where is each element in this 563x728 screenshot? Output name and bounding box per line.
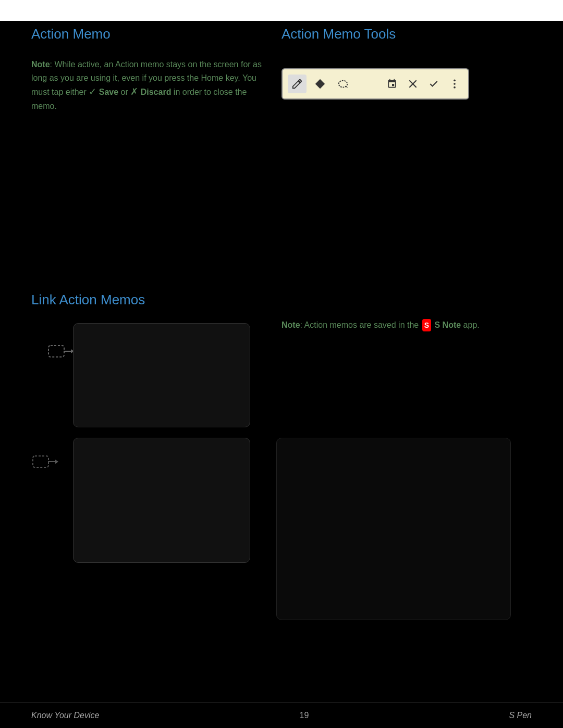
svg-point-6 <box>454 83 456 85</box>
svg-marker-0 <box>315 79 325 89</box>
discard-label: Discard <box>141 88 172 96</box>
footer-right: S Pen <box>509 711 532 720</box>
note-label: Note <box>31 60 50 69</box>
pencil-icon[interactable] <box>288 75 307 93</box>
discard-icon: ✗ <box>130 87 138 97</box>
device-screen-right <box>276 438 511 620</box>
top-bar <box>0 0 563 21</box>
device-screen-top <box>73 323 250 427</box>
right-column-note: Note: Action memos are saved in the S S … <box>282 318 542 332</box>
link-icon-top <box>48 344 74 365</box>
save-toolbar-icon[interactable] <box>425 76 442 92</box>
action-memo-note: Note: While active, an Action memo stays… <box>31 58 271 113</box>
right-note-label: Note <box>282 320 300 329</box>
page-container: Action Memo Note: While active, an Actio… <box>0 0 563 728</box>
svg-point-7 <box>454 87 456 89</box>
link-section: Link Action Memos <box>31 292 532 308</box>
snote-badge: S <box>422 319 431 331</box>
footer: Know Your Device 19 S Pen <box>0 702 563 728</box>
snote-app-name: S Note <box>434 320 461 329</box>
discard-toolbar-icon[interactable] <box>405 76 421 92</box>
action-memo-title: Action Memo <box>31 26 271 42</box>
link-icon-bottom <box>32 454 58 475</box>
or-text: or <box>121 88 128 96</box>
pin-icon[interactable] <box>384 76 400 92</box>
device-screen-bottom <box>73 438 250 563</box>
action-memo-toolbar <box>282 68 469 100</box>
svg-rect-11 <box>33 456 48 467</box>
link-action-memos-title: Link Action Memos <box>31 292 532 308</box>
svg-point-5 <box>454 80 456 82</box>
svg-marker-13 <box>55 460 58 464</box>
right-column: Action Memo Tools <box>282 26 542 332</box>
lasso-icon[interactable] <box>334 75 352 93</box>
save-icon: ✓ <box>89 87 96 97</box>
save-label: Save <box>99 88 118 96</box>
svg-rect-8 <box>48 346 64 357</box>
right-note-text: : Action memos are saved in the <box>300 320 419 329</box>
more-options-icon[interactable] <box>446 76 463 92</box>
footer-page-number: 19 <box>300 711 309 720</box>
left-column: Action Memo Note: While active, an Actio… <box>31 26 271 113</box>
footer-left: Know Your Device <box>31 711 99 720</box>
eraser-icon[interactable] <box>311 75 329 93</box>
right-note-end: app. <box>463 320 480 329</box>
action-memo-tools-title: Action Memo Tools <box>282 26 542 42</box>
svg-line-2 <box>346 87 348 88</box>
